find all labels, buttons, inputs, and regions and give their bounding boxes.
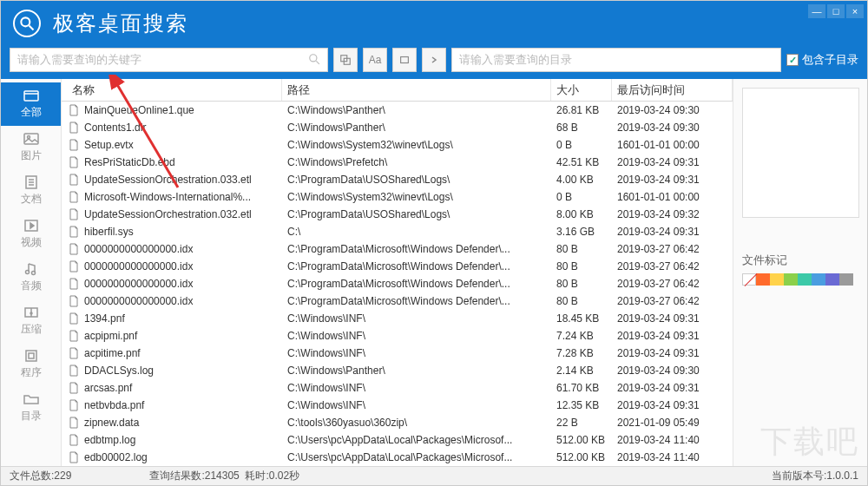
file-icon <box>67 190 81 204</box>
column-path[interactable]: 路径 <box>282 79 551 101</box>
minimize-button[interactable]: — <box>808 4 825 18</box>
file-icon <box>67 294 81 308</box>
tag-swatch[interactable] <box>784 273 798 286</box>
toolbar: 请输入需要查询的关键字 Aa 请输入需要查询的目录 ✓ 包含子目录 <box>1 46 867 79</box>
file-name: 0000000000000000.idx <box>84 243 282 255</box>
sidebar-item-all[interactable]: 全部 <box>1 82 61 126</box>
table-row[interactable]: edbtmp.logC:\Users\pc\AppData\Local\Pack… <box>62 431 733 449</box>
file-size: 3.16 GB <box>551 226 612 238</box>
table-row[interactable]: 0000000000000000.idxC:\ProgramData\Micro… <box>62 258 733 275</box>
table-row[interactable]: acpipmi.pnfC:\Windows\INF\7.24 KB2019-03… <box>62 327 733 345</box>
file-size: 80 B <box>551 278 612 290</box>
sidebar-item-label: 图片 <box>21 148 42 163</box>
case-button[interactable]: Aa <box>363 48 387 72</box>
file-name: ResPriStaticDb.ebd <box>84 156 282 168</box>
table-row[interactable]: acpitime.pnfC:\Windows\INF\7.28 KB2019-0… <box>62 345 733 362</box>
file-path: C:\ProgramData\Microsoft\Windows Defende… <box>282 278 551 290</box>
tag-swatch[interactable] <box>812 273 825 286</box>
svg-point-9 <box>27 136 30 139</box>
file-icon <box>67 398 81 412</box>
file-size: 42.51 KB <box>551 156 612 168</box>
file-path: C:\ <box>282 226 551 238</box>
tag-swatch[interactable] <box>825 273 839 286</box>
sidebar-item-archive[interactable]: 压缩 <box>1 299 61 343</box>
file-name: hiberfil.sys <box>84 226 282 238</box>
table-row[interactable]: hiberfil.sysC:\3.16 GB2019-03-24 09:31 <box>62 223 733 240</box>
table-row[interactable]: edb00002.logC:\Users\pc\AppData\Local\Pa… <box>62 449 733 466</box>
include-subdir-label: 包含子目录 <box>802 52 858 68</box>
file-path: C:\Windows\INF\ <box>282 399 551 411</box>
file-date: 1601-01-01 00:00 <box>612 139 733 151</box>
file-name: netbvbda.pnf <box>84 399 282 411</box>
file-size: 0 B <box>551 139 612 151</box>
table-row[interactable]: zipnew.dataC:\tools\360yasuo\360zip\22 B… <box>62 414 733 431</box>
tag-swatch[interactable] <box>839 273 853 286</box>
file-date: 2019-03-24 09:31 <box>612 174 733 186</box>
file-path: C:\Windows\INF\ <box>282 382 551 394</box>
include-subdir-checkbox[interactable]: ✓ 包含子目录 <box>786 52 858 68</box>
file-size: 8.00 KB <box>551 208 612 220</box>
table-row[interactable]: arcsas.pnfC:\Windows\INF\61.70 KB2019-03… <box>62 379 733 397</box>
file-name: Setup.evtx <box>84 139 282 151</box>
list-header: 名称 路径 大小 最后访问时间 <box>62 79 733 102</box>
table-row[interactable]: UpdateSessionOrchestration.032.etlC:\Pro… <box>62 206 733 223</box>
svg-line-1 <box>30 26 34 30</box>
table-row[interactable]: DDACLSys.logC:\Windows\Panther\2.14 KB20… <box>62 362 733 379</box>
column-name[interactable]: 名称 <box>67 79 282 101</box>
sidebar-item-audio[interactable]: 音频 <box>1 256 61 299</box>
file-path: C:\Windows\Panther\ <box>282 122 551 134</box>
table-row[interactable]: netbvbda.pnfC:\Windows\INF\12.35 KB2019-… <box>62 397 733 414</box>
title-bar: 极客桌面搜索 — □ × <box>1 1 867 46</box>
table-row[interactable]: 1394.pnfC:\Windows\INF\18.45 KB2019-03-2… <box>62 310 733 327</box>
directory-input[interactable]: 请输入需要查询的目录 <box>451 48 781 72</box>
table-row[interactable]: 0000000000000000.idxC:\ProgramData\Micro… <box>62 275 733 292</box>
status-bar: 文件总数:229 查询结果数:214305 耗时:0.02秒 当前版本号:1.0… <box>1 466 867 485</box>
sidebar-item-label: 文档 <box>21 192 42 207</box>
file-date: 2019-03-24 09:31 <box>612 226 733 238</box>
column-date[interactable]: 最后访问时间 <box>612 79 733 101</box>
file-name: edbtmp.log <box>84 434 282 446</box>
file-name: acpitime.pnf <box>84 347 282 359</box>
column-size[interactable]: 大小 <box>551 79 612 101</box>
sidebar-item-program[interactable]: 程序 <box>1 343 61 386</box>
sidebar-item-label: 程序 <box>21 365 42 380</box>
view-button[interactable] <box>392 48 417 72</box>
file-path: C:\Users\pc\AppData\Local\Packages\Micro… <box>282 434 551 446</box>
file-path: C:\ProgramData\Microsoft\Windows Defende… <box>282 243 551 255</box>
table-row[interactable]: 0000000000000000.idxC:\ProgramData\Micro… <box>62 240 733 258</box>
table-row[interactable]: UpdateSessionOrchestration.033.etlC:\Pro… <box>62 171 733 188</box>
status-version: 当前版本号:1.0.0.1 <box>772 469 858 483</box>
file-icon <box>67 242 81 256</box>
sidebar-item-image[interactable]: 图片 <box>1 126 61 169</box>
tag-none[interactable] <box>742 273 756 286</box>
file-size: 80 B <box>551 260 612 273</box>
sidebar-item-doc[interactable]: 文档 <box>1 169 61 213</box>
table-row[interactable]: ResPriStaticDb.ebdC:\Windows\Prefetch\42… <box>62 154 733 171</box>
table-row[interactable]: Setup.evtxC:\Windows\System32\winevt\Log… <box>62 136 733 154</box>
tag-swatch[interactable] <box>756 273 770 286</box>
collapse-button[interactable] <box>422 48 446 72</box>
table-row[interactable]: Contents1.dirC:\Windows\Panther\68 B2019… <box>62 119 733 136</box>
file-size: 18.45 KB <box>551 312 612 325</box>
file-icon <box>67 103 81 117</box>
file-name: Contents1.dir <box>84 122 282 134</box>
file-list[interactable]: MainQueueOnline1.queC:\Windows\Panther\2… <box>62 102 733 466</box>
sidebar-item-folder[interactable]: 目录 <box>1 386 61 430</box>
regex-button[interactable] <box>333 48 358 72</box>
tag-swatch[interactable] <box>770 273 784 286</box>
file-icon <box>67 155 81 169</box>
search-input[interactable]: 请输入需要查询的关键字 <box>10 48 328 72</box>
svg-rect-7 <box>24 91 38 101</box>
file-path: C:\Windows\INF\ <box>282 330 551 342</box>
file-date: 2019-03-24 09:31 <box>612 399 733 411</box>
file-size: 4.00 KB <box>551 174 612 186</box>
file-date: 2019-03-27 06:42 <box>612 243 733 255</box>
close-button[interactable]: × <box>846 4 864 18</box>
table-row[interactable]: MainQueueOnline1.queC:\Windows\Panther\2… <box>62 102 733 119</box>
sidebar-item-video[interactable]: 视频 <box>1 213 61 256</box>
maximize-button[interactable]: □ <box>827 4 845 18</box>
table-row[interactable]: 0000000000000000.idxC:\ProgramData\Micro… <box>62 292 733 310</box>
table-row[interactable]: Microsoft-Windows-International%...C:\Wi… <box>62 188 733 206</box>
tag-swatch[interactable] <box>798 273 812 286</box>
file-size: 80 B <box>551 295 612 307</box>
